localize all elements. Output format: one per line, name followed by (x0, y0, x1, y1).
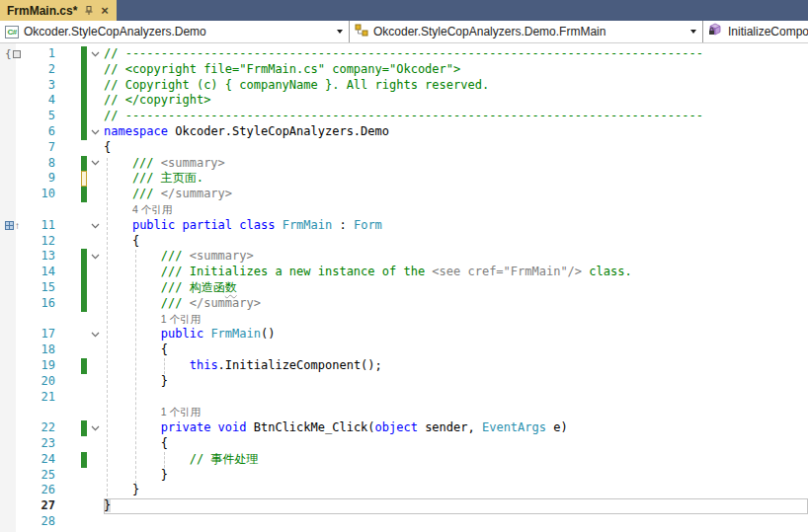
code-line[interactable]: 5// ------------------------------------… (0, 109, 808, 124)
inheritance-icon[interactable]: ↑ (0, 218, 30, 234)
fold-cell (87, 265, 104, 280)
code-line[interactable]: 17 public FrmMain() (0, 327, 808, 342)
code-line[interactable]: 18 { (0, 342, 808, 358)
codelens-references[interactable]: 1 个引用 (104, 312, 808, 328)
fold-cell (87, 498, 104, 514)
glyph-cell (0, 483, 30, 498)
fold-cell (87, 483, 104, 498)
code-line[interactable]: 13 /// <summary> (0, 249, 808, 265)
glyph-cell (0, 124, 30, 140)
chevron-down-icon (690, 30, 696, 34)
line-number: 5 (30, 109, 55, 124)
code-text: /// </summary> (104, 187, 808, 202)
line-number: 24 (30, 452, 55, 468)
codelens-row[interactable]: 4 个引用 (0, 202, 808, 218)
glyph-cell (0, 420, 30, 436)
code-text: // -------------------------------------… (104, 46, 808, 62)
code-line[interactable]: 25 } (0, 468, 808, 484)
code-line[interactable]: 14 /// Initializes a new instance of the… (0, 265, 808, 280)
code-text: /// 主页面. (104, 171, 808, 187)
code-line[interactable]: 4// </copyright> (0, 93, 808, 109)
fold-cell (87, 405, 104, 420)
code-line[interactable]: 10 /// </summary> (0, 187, 808, 202)
codelens-references[interactable]: 4 个引用 (104, 202, 808, 218)
csharp-project-icon: C# (5, 26, 19, 38)
fold-cell (87, 514, 104, 530)
fold-chevron-icon[interactable] (87, 46, 104, 62)
glyph-cell (0, 468, 30, 484)
code-line[interactable]: 22 private void BtnClickMe_Click(object … (0, 420, 808, 436)
fold-cell (87, 358, 104, 374)
line-number: 14 (30, 265, 55, 280)
line-number: 15 (30, 280, 55, 296)
type-dropdown[interactable]: Okcoder.StyleCopAnalyzers.Demo.FrmMain (349, 21, 702, 42)
pin-icon[interactable] (84, 5, 94, 16)
line-number: 3 (30, 78, 55, 94)
fold-cell (87, 140, 104, 156)
fold-cell (87, 78, 104, 94)
fold-chevron-icon[interactable] (87, 420, 104, 436)
glyph-cell (0, 171, 30, 187)
fold-cell (87, 171, 104, 187)
code-line[interactable]: 27} (0, 498, 808, 514)
fold-chevron-icon[interactable] (87, 156, 104, 172)
code-line[interactable]: 24 // 事件处理 (0, 452, 808, 468)
codelens-row[interactable]: 1 个引用 (0, 405, 808, 420)
member-dropdown-label: InitializeComponent (728, 25, 808, 38)
code-line[interactable]: 3// Copyright (c) { companyName }. All r… (0, 78, 808, 94)
code-line[interactable]: 20 } (0, 374, 808, 390)
code-line[interactable]: 15 /// 构造函数 (0, 280, 808, 296)
project-dropdown[interactable]: C# Okcoder.StyleCopAnalyzers.Demo (0, 21, 349, 42)
fold-cell (87, 93, 104, 109)
glyph-cell (0, 202, 30, 218)
code-line[interactable]: 2// <copyright file="FrmMain.cs" company… (0, 62, 808, 78)
glyph-cell (0, 62, 30, 78)
line-number: 26 (30, 483, 55, 498)
close-icon[interactable]: × (101, 4, 109, 17)
fold-cell (87, 436, 104, 452)
line-number: 27 (30, 498, 55, 514)
code-text: /// 构造函数 (104, 280, 808, 296)
navigation-bar: C# Okcoder.StyleCopAnalyzers.Demo Okcode… (0, 21, 808, 43)
code-line[interactable]: 23 { (0, 436, 808, 452)
fold-chevron-icon[interactable] (87, 327, 104, 342)
line-number: 10 (30, 187, 55, 202)
fold-chevron-icon[interactable] (87, 124, 104, 140)
tab-strip: FrmMain.cs* × (0, 0, 808, 21)
code-line[interactable]: 12 { (0, 234, 808, 250)
code-line[interactable]: 8 /// <summary> (0, 156, 808, 172)
code-line[interactable]: 9 /// 主页面. (0, 171, 808, 187)
code-line[interactable]: {1// -----------------------------------… (0, 46, 808, 62)
code-text: // <copyright file="FrmMain.cs" company=… (104, 62, 808, 78)
glyph-cell (0, 187, 30, 202)
code-suggestion-icon[interactable]: { (0, 46, 30, 62)
code-line[interactable]: 19 this.InitializeComponent(); (0, 358, 808, 374)
document-tab[interactable]: FrmMain.cs* × (0, 0, 117, 21)
glyph-cell (0, 296, 30, 312)
line-number: 8 (30, 156, 55, 172)
code-line[interactable]: 16 /// </summary> (0, 296, 808, 312)
member-dropdown[interactable]: InitializeComponent (702, 21, 808, 42)
line-number: 17 (30, 327, 55, 342)
code-text: { (104, 140, 808, 156)
line-number: 12 (30, 234, 55, 250)
codelens-references[interactable]: 1 个引用 (104, 405, 808, 420)
codelens-row[interactable]: 1 个引用 (0, 312, 808, 328)
fold-chevron-icon[interactable] (87, 249, 104, 265)
code-line[interactable]: 28 (0, 514, 808, 530)
fold-chevron-icon[interactable] (87, 218, 104, 234)
code-editor[interactable]: {1// -----------------------------------… (0, 43, 808, 532)
code-line[interactable]: 21 (0, 390, 808, 406)
fold-cell (87, 374, 104, 390)
line-number: 9 (30, 171, 55, 187)
code-line[interactable]: 26 } (0, 483, 808, 498)
code-line[interactable]: ↑11 public partial class FrmMain : Form (0, 218, 808, 234)
line-number: 4 (30, 93, 55, 109)
fold-cell (87, 187, 104, 202)
code-line[interactable]: 6namespace Okcoder.StyleCopAnalyzers.Dem… (0, 124, 808, 140)
fold-cell (87, 296, 104, 312)
fold-cell (87, 390, 104, 406)
glyph-cell (0, 358, 30, 374)
code-text: { (104, 436, 808, 452)
code-line[interactable]: 7{ (0, 140, 808, 156)
